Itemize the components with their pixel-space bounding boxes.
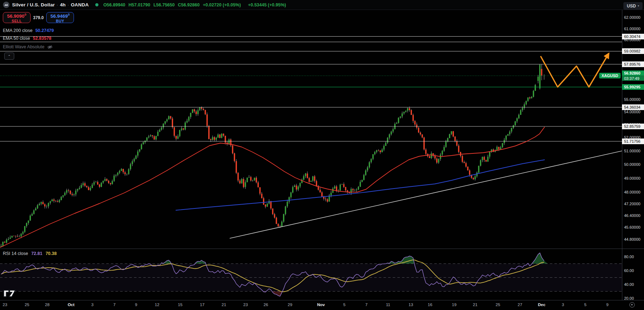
candle-down	[425, 149, 426, 154]
candle-down	[88, 187, 89, 190]
candle-up	[356, 190, 358, 190]
candle-up	[8, 239, 9, 240]
candle-down	[422, 134, 423, 137]
candle-down	[154, 136, 155, 140]
candle-up	[199, 107, 200, 110]
tradingview-logo[interactable]	[3, 288, 17, 298]
candle-up	[113, 176, 115, 181]
candle-down	[378, 150, 379, 151]
candle-down	[237, 173, 239, 181]
candle-up	[102, 181, 104, 183]
candle-up	[41, 202, 42, 204]
symbol-title[interactable]: Silver / U.S. Dollar	[12, 2, 55, 7]
candle-down	[214, 137, 215, 140]
market-open-dot-icon[interactable]	[95, 3, 98, 6]
pane-collapse-button[interactable]: ⌃	[4, 53, 14, 60]
elliott-legend-row[interactable]: Elliott Wave Absolute	[3, 44, 53, 49]
candle-up	[442, 151, 443, 154]
candle-down	[410, 110, 412, 115]
price-line-label: 54.36034	[622, 104, 644, 110]
time-axis[interactable]: 232528Oct37912151721232629Nov57111316192…	[0, 300, 644, 310]
candle-up	[247, 178, 248, 182]
candle-down	[270, 201, 272, 208]
candle-down	[436, 158, 438, 163]
candle-down	[429, 156, 430, 158]
candle-up	[447, 138, 449, 141]
title-separator: ·	[68, 2, 69, 7]
price-chart-pane[interactable]	[0, 10, 622, 249]
candle-down	[455, 136, 456, 141]
symbol-header: Silver / U.S. Dollar · 4h · OANDA O56.89…	[0, 0, 644, 10]
candle-down	[308, 178, 310, 182]
candle-up	[537, 77, 539, 81]
spread-value: 379.0	[31, 15, 46, 20]
candle-up	[95, 182, 97, 182]
candle-down	[256, 178, 257, 182]
candle-up	[431, 153, 432, 158]
candle-up	[363, 175, 365, 180]
ema200-legend-row[interactable]: EMA 200 close 50.27479	[3, 28, 54, 33]
time-label: 3	[91, 303, 93, 307]
candle-up	[303, 176, 305, 180]
candle-down	[106, 179, 108, 181]
candle-up	[367, 167, 368, 170]
sell-button[interactable]: 56.90900 SELL	[3, 12, 31, 23]
last-price-label: 56.92860 03:37:49	[622, 71, 644, 81]
time-label-month: Oct	[68, 303, 74, 307]
candle-up	[387, 138, 388, 143]
title-separator: ·	[57, 2, 58, 7]
last-price-value: 56.92860	[622, 71, 644, 76]
candle-up	[489, 152, 490, 157]
price-tick: 50.00000	[624, 162, 640, 167]
candle-down	[320, 190, 321, 192]
currency-selector[interactable]: USD ▾	[623, 2, 643, 10]
candle-down	[259, 187, 261, 194]
low-value: L56.75650	[154, 2, 175, 7]
candle-down	[205, 110, 206, 114]
candle-down	[380, 151, 381, 152]
timezone-clock-icon[interactable]	[629, 302, 635, 308]
visibility-off-icon[interactable]	[47, 45, 53, 49]
candle-down	[272, 208, 274, 214]
candle-down	[418, 128, 419, 132]
candle-up	[157, 132, 159, 136]
time-label: 9	[135, 303, 137, 307]
exchange-label[interactable]: OANDA	[71, 2, 89, 7]
price-tick: 45.60000	[624, 225, 640, 229]
candle-down	[263, 198, 264, 205]
ema50-label: EMA 50 close	[3, 36, 30, 41]
interval-button[interactable]: 4h	[60, 2, 66, 7]
candle-up	[292, 187, 294, 192]
candle-up	[166, 119, 168, 121]
buy-price-fraction: 0	[68, 13, 70, 16]
ema50-legend-row[interactable]: EMA 50 close 52.83578	[3, 36, 52, 41]
projection-zigzag-arrow[interactable]	[541, 54, 608, 87]
trading-chart-app: Silver / U.S. Dollar · 4h · OANDA O56.89…	[0, 0, 644, 310]
candle-up	[438, 159, 439, 163]
candle-up	[342, 184, 343, 185]
candle-down	[210, 139, 211, 140]
buy-price: 56.9469	[50, 13, 68, 19]
candle-up	[511, 128, 512, 131]
candle-up	[402, 113, 403, 116]
candle-down	[206, 114, 208, 126]
sell-label: SELL	[12, 19, 22, 23]
ascending-trendline[interactable]	[230, 151, 622, 238]
candle-up	[75, 191, 77, 195]
candle-up	[143, 142, 144, 145]
rsi-legend-row[interactable]: RSI 14 close 72.81 70.38	[3, 251, 57, 256]
candle-up	[360, 182, 361, 187]
candle-up	[476, 173, 478, 176]
candle-up	[159, 130, 161, 132]
pane-separator[interactable]	[0, 249, 644, 249]
candle-up	[385, 143, 387, 146]
candle-up	[77, 189, 79, 190]
candle-down	[413, 115, 414, 121]
close-value: C56.92860	[178, 2, 199, 7]
candle-down	[469, 170, 471, 175]
candle-up	[539, 65, 541, 88]
candle-up	[449, 134, 450, 138]
rsi-indicator-pane[interactable]	[0, 249, 622, 300]
buy-button[interactable]: 56.94690 BUY	[46, 12, 74, 23]
time-label: 3	[562, 303, 564, 307]
